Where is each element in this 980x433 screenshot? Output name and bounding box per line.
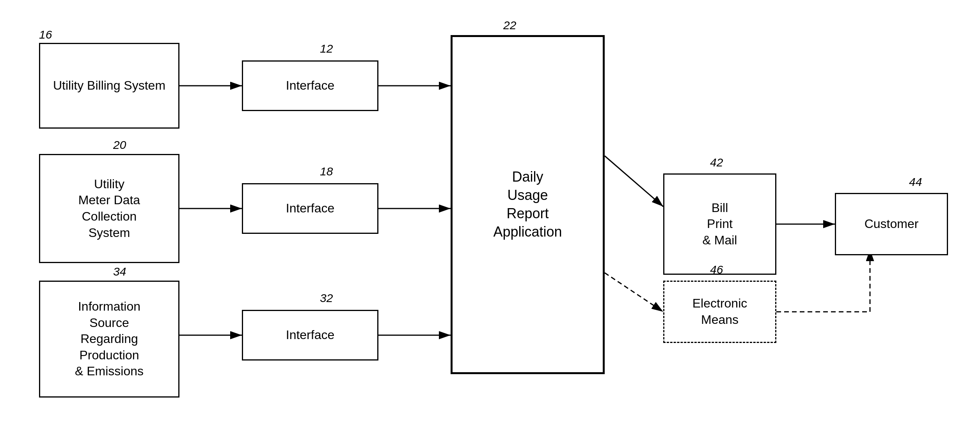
bill-print-num: 42 [710,156,723,169]
utility-meter-box: UtilityMeter DataCollectionSystem [39,154,179,263]
interface-12-num: 12 [320,42,333,55]
bill-print-label: BillPrint& Mail [703,200,737,249]
info-source-box: InformationSourceRegardingProduction& Em… [39,281,179,398]
interface-18-box: Interface [242,183,378,234]
diagram: Utility Billing System 16 UtilityMeter D… [0,0,980,433]
customer-num: 44 [909,175,922,189]
utility-billing-label: Utility Billing System [53,78,165,94]
interface-12-box: Interface [242,60,378,111]
electronic-means-label: ElectronicMeans [692,295,747,328]
svg-line-10 [605,273,663,312]
utility-meter-num: 20 [113,138,126,152]
interface-18-label: Interface [286,200,335,217]
customer-label: Customer [865,216,919,232]
daily-usage-num: 22 [503,19,516,32]
utility-meter-label: UtilityMeter DataCollectionSystem [78,176,140,241]
utility-billing-num: 16 [39,28,52,41]
electronic-means-num: 46 [710,263,723,276]
svg-line-8 [605,156,663,207]
interface-18-num: 18 [320,165,333,178]
utility-billing-box: Utility Billing System [39,43,179,129]
daily-usage-label: DailyUsageReportApplication [493,168,562,241]
bill-print-box: BillPrint& Mail [663,173,776,275]
interface-12-label: Interface [286,78,335,94]
info-source-label: InformationSourceRegardingProduction& Em… [75,299,144,380]
daily-usage-box: DailyUsageReportApplication [451,35,605,374]
interface-32-num: 32 [320,292,333,305]
info-source-num: 34 [113,265,126,278]
interface-32-label: Interface [286,327,335,343]
customer-box: Customer [835,193,948,255]
interface-32-box: Interface [242,310,378,361]
electronic-means-box: ElectronicMeans [663,281,776,343]
